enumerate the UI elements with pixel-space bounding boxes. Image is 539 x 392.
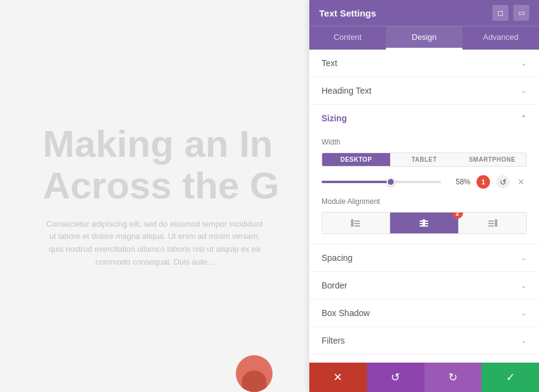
section-heading-text[interactable]: Heading Text ⌄ [309, 77, 539, 105]
section-box-shadow[interactable]: Box Shadow ⌄ [309, 300, 539, 327]
chevron-down-icon: ⌄ [521, 281, 527, 290]
section-filters-label: Filters [322, 336, 345, 345]
panel-tabs: Content Design Advanced [309, 26, 539, 50]
device-tab-tablet[interactable]: TABLET [390, 153, 458, 166]
slider-row: 58% 1 ↺ ✕ [322, 175, 527, 189]
badge-1: 1 [477, 175, 490, 189]
width-label: Width [322, 138, 527, 146]
slider-thumb[interactable] [386, 178, 395, 186]
section-heading-label: Heading Text [322, 86, 371, 96]
panel-footer: ✕ ↺ ↻ ✓ [309, 363, 539, 392]
preview-area: Making an In Across the G Consectetur ad… [0, 0, 309, 392]
section-spacing-label: Spacing [322, 253, 353, 263]
preview-heading-line2: Across the G [18, 165, 291, 206]
svg-rect-10 [488, 223, 494, 224]
slider-value: 58% [447, 178, 470, 186]
section-spacing[interactable]: Spacing ⌄ [309, 244, 539, 272]
svg-rect-0 [351, 219, 353, 227]
chevron-down-icon: ⌄ [521, 336, 527, 345]
device-tabs: DESKTOP TABLET SMARTPHONE [322, 153, 527, 167]
svg-rect-7 [420, 225, 428, 227]
chevron-up-icon: ⌃ [521, 114, 527, 123]
delete-button[interactable]: ✕ [309, 363, 367, 392]
expand-icon[interactable]: ▭ [513, 5, 529, 21]
section-text[interactable]: Text ⌄ [309, 50, 539, 77]
width-slider[interactable] [322, 181, 441, 183]
tab-advanced[interactable]: Advanced [462, 26, 539, 50]
svg-rect-5 [420, 221, 428, 222]
section-sizing-label: Sizing [322, 113, 347, 123]
chevron-down-icon: ⌄ [521, 254, 527, 262]
svg-rect-2 [354, 223, 360, 224]
panel-header-icons: ◻ ▭ [492, 5, 529, 21]
section-filters[interactable]: Filters ⌄ [309, 327, 539, 355]
section-border[interactable]: Border ⌄ [309, 272, 539, 300]
section-sizing[interactable]: Sizing ⌃ [309, 105, 539, 132]
panel-header: Text Settings ◻ ▭ [309, 0, 539, 26]
settings-panel: Text Settings ◻ ▭ Content Design Advance… [309, 0, 539, 392]
reset-icon[interactable]: ↺ [496, 175, 510, 189]
alignment-label: Module Alignment [322, 197, 527, 206]
sizing-body: Width DESKTOP TABLET SMARTPHONE 58% 1 ↺ … [309, 132, 539, 244]
slider-fill [322, 181, 391, 183]
chevron-down-icon: ⌄ [521, 86, 527, 95]
preview-heading-line1: Making an In [18, 123, 291, 165]
svg-rect-11 [488, 225, 494, 227]
save-button[interactable]: ✓ [481, 363, 539, 392]
svg-rect-9 [488, 221, 494, 222]
svg-rect-8 [495, 219, 497, 227]
preview-body-text: Consectetur adipiscing elit, sed do eius… [18, 207, 291, 269]
device-tab-smartphone[interactable]: SMARTPHONE [458, 153, 526, 166]
section-text-label: Text [322, 58, 337, 68]
align-right[interactable] [459, 213, 526, 233]
align-center[interactable]: 2 [390, 213, 458, 233]
redo-button[interactable]: ↻ [424, 363, 482, 392]
chevron-down-icon: ⌄ [521, 59, 527, 67]
avatar [236, 355, 273, 392]
window-icon[interactable]: ◻ [492, 5, 508, 21]
section-border-label: Border [322, 281, 347, 290]
tab-design[interactable]: Design [386, 26, 462, 50]
clear-icon[interactable]: ✕ [516, 176, 527, 187]
device-tab-desktop[interactable]: DESKTOP [322, 153, 390, 166]
undo-button[interactable]: ↺ [367, 363, 424, 392]
svg-rect-1 [354, 221, 360, 222]
panel-body: Text ⌄ Heading Text ⌄ Sizing ⌃ Width DES… [309, 50, 539, 363]
alignment-options: 2 [322, 212, 527, 234]
svg-rect-6 [420, 223, 428, 224]
svg-rect-3 [354, 225, 360, 227]
chevron-down-icon: ⌄ [521, 309, 527, 317]
section-animation[interactable]: Animation ⌄ [309, 355, 539, 363]
align-left[interactable] [322, 213, 390, 233]
panel-title: Text Settings [319, 8, 376, 18]
tab-content[interactable]: Content [309, 26, 386, 50]
section-box-shadow-label: Box Shadow [322, 308, 370, 318]
